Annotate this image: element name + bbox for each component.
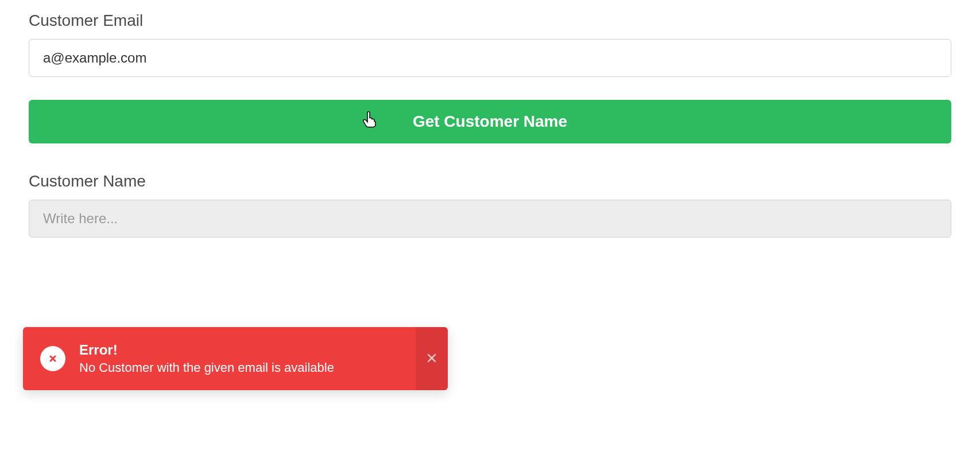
get-customer-name-button[interactable]: Get Customer Name (29, 100, 951, 143)
toast-message: No Customer with the given email is avai… (79, 360, 431, 375)
email-group: Customer Email (29, 11, 951, 77)
error-icon (40, 346, 65, 371)
toast-content: Error! No Customer with the given email … (79, 342, 431, 375)
email-label: Customer Email (29, 11, 951, 30)
toast-title: Error! (79, 342, 431, 358)
button-label: Get Customer Name (413, 112, 567, 130)
error-toast: Error! No Customer with the given email … (23, 327, 448, 390)
close-icon (427, 353, 437, 365)
toast-close-button[interactable] (416, 327, 448, 390)
name-group: Customer Name (29, 172, 951, 238)
name-label: Customer Name (29, 172, 951, 190)
email-input[interactable] (29, 39, 951, 77)
pointer-cursor-icon (362, 111, 377, 133)
name-input[interactable] (29, 200, 951, 238)
